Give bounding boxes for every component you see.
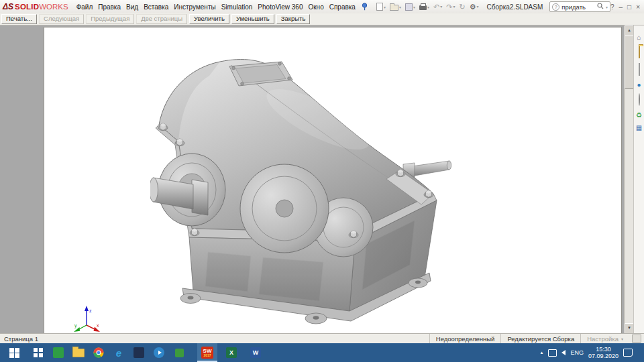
search-dropdown-icon[interactable]: ▾ (606, 5, 608, 9)
solidworks-logo: ΔS SOLID WORKS (3, 2, 68, 11)
dassault-logo-icon: ΔS (3, 2, 13, 11)
close-preview-button[interactable]: Закрыть (276, 14, 311, 24)
minimize-button[interactable]: – (619, 3, 623, 11)
forum-icon[interactable]: ● (637, 81, 641, 88)
zoom-in-button[interactable]: Увеличить (189, 14, 229, 24)
svg-text:x: x (97, 323, 99, 328)
undo-icon[interactable]: ↶▾ (432, 3, 443, 11)
solidworks-window: ΔS SOLID WORKS Файл Правка Вид Вставка И… (0, 0, 644, 362)
redo-icon[interactable]: ↷▾ (445, 3, 456, 11)
taskbar-file-explorer[interactable] (68, 343, 89, 362)
document-title: Сборка2.SLDASM (487, 3, 543, 11)
sustainability-icon[interactable]: ♻ (636, 111, 642, 119)
scroll-up-button[interactable]: ▲ (625, 25, 634, 36)
preview-viewport[interactable]: z x y (0, 25, 625, 334)
zoom-out-button[interactable]: Уменьшить (231, 14, 274, 24)
taskbar-solidworks-2017[interactable]: SW2017 (197, 343, 217, 362)
time: 15:30 (588, 346, 619, 353)
taskbar-app-dark[interactable] (129, 343, 149, 362)
date: 07.09.2020 (588, 353, 619, 359)
design-library-icon[interactable] (639, 64, 640, 76)
svg-text:y: y (74, 323, 77, 328)
taskbar-app-green-2[interactable] (169, 343, 189, 362)
appearances-icon[interactable] (639, 94, 640, 106)
settings-status[interactable]: Настройка ▾ (580, 334, 629, 343)
save-icon[interactable]: ▾ (404, 3, 417, 11)
menu-insert[interactable]: Вставка (141, 1, 171, 13)
options-gear-icon[interactable]: ⚙▾ (468, 3, 480, 11)
close-button[interactable]: × (636, 3, 640, 11)
display-tray-icon[interactable] (548, 349, 557, 357)
taskbar-chrome[interactable] (89, 343, 109, 362)
origin-triad-icon: z x y (72, 305, 102, 334)
pin-menu-icon[interactable] (361, 3, 368, 11)
logo-solid-text: SOLID (15, 3, 39, 11)
language-indicator[interactable]: ENG (570, 349, 584, 356)
clock[interactable]: 15:30 07.09.2020 (588, 346, 619, 359)
preview-page[interactable]: z x y (44, 27, 621, 334)
prev-page-button: Предыдущая (86, 14, 134, 24)
print-button[interactable]: Печать... (1, 14, 37, 24)
scroll-down-button[interactable]: ▼ (625, 323, 634, 334)
menu-view[interactable]: Вид (123, 1, 141, 13)
magnifier-icon[interactable] (597, 3, 604, 11)
taskbar-app-media[interactable] (149, 343, 169, 362)
tray-chevron-icon[interactable]: ▲ (539, 351, 543, 355)
task-pane-toggle-icon[interactable] (632, 335, 641, 343)
rebuild-icon[interactable]: ↻ (458, 3, 466, 11)
scrollbar-thumb[interactable] (625, 36, 634, 89)
svg-text:z: z (89, 308, 92, 313)
vertical-scrollbar[interactable]: ▲ ▼ (624, 25, 634, 334)
custom-properties-icon[interactable]: ▦ (636, 124, 642, 131)
taskbar-app-grid[interactable] (28, 343, 48, 362)
next-page-button: Следующая (39, 14, 84, 24)
taskbar-excel[interactable]: X (221, 343, 241, 362)
print-preview-toolbar: Печать... Следующая Предыдущая Две стран… (0, 13, 644, 25)
search-input[interactable]: придать (561, 3, 595, 11)
new-document-icon[interactable]: ▾ (375, 2, 387, 11)
constraint-state: Недоопределенный (429, 334, 501, 343)
settings-dropdown-icon[interactable]: ▾ (621, 337, 623, 341)
system-tray: ▲ ENG 15:30 07.09.2020 (539, 343, 644, 362)
window-controls: ? – □ × (610, 3, 641, 11)
task-pane-strip: ⌂ ● ♻ ▦ (633, 25, 644, 334)
resources-home-icon[interactable]: ⌂ (637, 34, 641, 41)
page-indicator: Страница 1 (0, 335, 42, 343)
menu-edit[interactable]: Правка (95, 1, 123, 13)
menu-window[interactable]: Окно (305, 1, 326, 13)
work-area: z x y ▲ ▼ ⌂ ● ♻ ▦ (0, 25, 644, 334)
start-button[interactable] (0, 343, 28, 362)
status-bar: Страница 1 Недоопределенный Редактируетс… (0, 333, 644, 343)
help-button[interactable]: ? (610, 3, 614, 11)
menu-file[interactable]: Файл (74, 1, 96, 13)
menu-tools[interactable]: Инструменты (171, 1, 218, 13)
editing-state: Редактируется Сборка (500, 334, 580, 343)
logo-works-text: WORKS (39, 3, 68, 11)
taskbar-app-green[interactable] (48, 343, 68, 362)
taskbar-word[interactable]: W (246, 343, 266, 362)
volume-icon[interactable] (561, 350, 566, 355)
gearbox-model (150, 56, 453, 328)
menu-bar: ΔS SOLID WORKS Файл Правка Вид Вставка И… (0, 0, 644, 14)
taskbar-internet-explorer[interactable]: e (109, 343, 129, 362)
maximize-button[interactable]: □ (627, 3, 631, 11)
notification-center-icon[interactable] (623, 349, 633, 357)
search-help-icon: ? (552, 3, 559, 11)
standard-toolbar: ▾ ▾ ▾ ▾ ↶▾ ↷▾ ↻ ⚙▾ (375, 2, 480, 11)
menu-photoview360[interactable]: PhotoView 360 (255, 1, 305, 13)
windows-taskbar: e SW2017 X W ▲ ENG 15:30 07.09.2020 (0, 343, 644, 362)
open-icon[interactable]: ▾ (388, 2, 402, 11)
print-icon[interactable]: ▾ (418, 3, 431, 11)
menu-help[interactable]: Справка (327, 1, 358, 13)
menu-simulation[interactable]: Simulation (219, 1, 256, 13)
search-box[interactable]: ? придать ▾ (549, 1, 610, 12)
file-explorer-icon[interactable] (639, 46, 640, 58)
two-pages-button: Две страницы (136, 14, 187, 24)
